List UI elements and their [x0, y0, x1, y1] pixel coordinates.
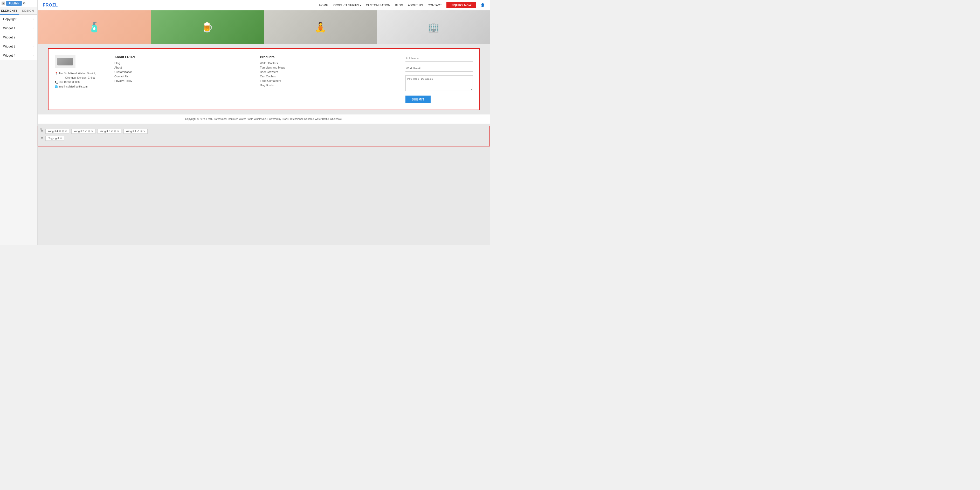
- tab-elements[interactable]: ELEMENTS: [0, 7, 19, 15]
- work-email-input[interactable]: [406, 65, 473, 72]
- footer-about-col: About FROZL Blog About Customization Con…: [115, 55, 252, 103]
- panel-item-widget3[interactable]: Widget 3 ›: [0, 42, 37, 51]
- footer-link-contact[interactable]: Contact Us: [115, 75, 252, 78]
- footer-form-col: SUBMIT: [406, 55, 473, 103]
- panel-item-widget4[interactable]: Widget 4 ›: [0, 51, 37, 60]
- widget2-gear-icon[interactable]: ⚙: [85, 130, 88, 133]
- nav-customization[interactable]: CUSTOMIZATION: [366, 4, 390, 7]
- footer-link-privacy[interactable]: Privacy Policy: [115, 79, 252, 82]
- chevron-icon: ›: [33, 18, 34, 21]
- widget-tag-1[interactable]: Widget 1 ⚙ ⊞ ✕: [124, 129, 147, 134]
- widget2-grid-icon[interactable]: ⊞: [88, 130, 90, 133]
- footer-link-dog-bowls[interactable]: Dog Bowls: [260, 84, 398, 87]
- widget3-close-icon[interactable]: ✕: [117, 130, 119, 133]
- widget3-icons: ⚙ ⊞ ✕: [111, 130, 119, 133]
- widget1-grid-icon[interactable]: ⊞: [140, 130, 142, 133]
- chevron-icon: ›: [33, 45, 34, 48]
- submit-button[interactable]: SUBMIT: [406, 96, 431, 103]
- footer-link-food-containers[interactable]: Food Containers: [260, 79, 398, 82]
- footer-link-about[interactable]: About: [115, 66, 252, 69]
- footer-link-beer-growlers[interactable]: Beer Growlers: [260, 70, 398, 73]
- widget-tag-2[interactable]: Widget 2 ⚙ ⊞ ✕: [72, 129, 95, 134]
- panel-item-widget1[interactable]: Widget 1 ›: [0, 24, 37, 33]
- widget3-gear-icon[interactable]: ⚙: [111, 130, 113, 133]
- nav-contact[interactable]: CONTACT: [428, 4, 442, 7]
- widget-tag-4[interactable]: Widget 4 ⚙ ⊞ ✕: [45, 129, 69, 134]
- footer-logo-col: 📍 Jitai Sixth Road, Wuhou District, ————…: [55, 55, 107, 103]
- widget-editor: ⚙ ⚙ Widget 4 ⚙ ⊞ ✕ Widget 2 ⚙ ⊞ ✕: [38, 126, 490, 147]
- widget1-gear-icon[interactable]: ⚙: [137, 130, 140, 133]
- close-button[interactable]: ✕: [2, 2, 5, 5]
- footer-link-water-bottlers[interactable]: Water Bottlers: [260, 62, 398, 65]
- panel-header: ✕ Publish ⚙: [0, 0, 37, 7]
- widget1-close-icon[interactable]: ✕: [143, 130, 145, 133]
- full-name-input[interactable]: [406, 55, 473, 62]
- widget-top-gear-icon[interactable]: ⚙: [40, 128, 42, 131]
- footer-link-blog[interactable]: Blog: [115, 62, 252, 65]
- panel-item-copyright[interactable]: Copyright ›: [0, 15, 37, 24]
- user-icon: 👤: [480, 3, 485, 7]
- footer-logo: [57, 57, 73, 65]
- footer-link-can-coolers[interactable]: Can Coolers: [260, 75, 398, 78]
- widget-tag-3[interactable]: Widget 3 ⚙ ⊞ ✕: [97, 129, 121, 134]
- copyright-close-icon[interactable]: ✕: [60, 137, 62, 140]
- chevron-icon: ›: [33, 54, 34, 57]
- gallery-image-1: 🧴: [38, 10, 151, 44]
- nav-links: HOME PRODUCT SERIES CUSTOMIZATION BLOG A…: [319, 2, 485, 8]
- gallery-image-3: 🧘: [264, 10, 377, 44]
- nav-blog[interactable]: BLOG: [395, 4, 403, 7]
- widget2-close-icon[interactable]: ✕: [91, 130, 93, 133]
- chevron-icon: ›: [33, 35, 34, 39]
- footer-about-title: About FROZL: [115, 55, 252, 59]
- widget1-icons: ⚙ ⊞ ✕: [137, 130, 145, 133]
- widget4-gear-icon[interactable]: ⚙: [59, 130, 61, 133]
- footer-logo-box: [55, 55, 75, 68]
- footer-link-tumblers[interactable]: Tumblers and Mugs: [260, 66, 398, 69]
- copyright-icons: ✕: [60, 137, 62, 140]
- footer-products-col: Products Water Bottlers Tumblers and Mug…: [260, 55, 398, 103]
- left-panel: ✕ Publish ⚙ ELEMENTS DESIGN Copyright › …: [0, 0, 38, 245]
- widget3-grid-icon[interactable]: ⊞: [114, 130, 116, 133]
- footer-section: 📍 Jitai Sixth Road, Wuhou District, ————…: [48, 48, 480, 110]
- site-logo: FROZL: [43, 3, 58, 8]
- copyright-bar: Copyright © 2024 Frozl-Professional Insu…: [38, 114, 490, 124]
- row2-gear-icon[interactable]: ⚙: [41, 137, 43, 140]
- widget-row-1: ⚙ Widget 4 ⚙ ⊞ ✕ Widget 2 ⚙ ⊞ ✕ Widget 3: [41, 129, 487, 134]
- publish-button[interactable]: Publish: [6, 1, 22, 6]
- image-gallery: 🧴 🍺 🧘 🏢: [38, 10, 490, 44]
- gallery-image-4: 🏢: [377, 10, 490, 44]
- footer-products-title: Products: [260, 55, 398, 59]
- site-navbar: FROZL HOME PRODUCT SERIES CUSTOMIZATION …: [38, 0, 490, 10]
- project-details-input[interactable]: [406, 75, 473, 91]
- settings-icon[interactable]: ⚙: [23, 2, 26, 5]
- widget4-grid-icon[interactable]: ⊞: [62, 130, 64, 133]
- panel-item-widget2[interactable]: Widget 2 ›: [0, 33, 37, 42]
- widget-row-2: ⚙ Copyright ✕: [41, 136, 487, 141]
- nav-product-series[interactable]: PRODUCT SERIES: [333, 4, 361, 7]
- footer-address: 📍 Jitai Sixth Road, Wuhou District, ————…: [55, 71, 107, 89]
- nav-about-us[interactable]: ABOUT US: [408, 4, 423, 7]
- gallery-image-2: 🍺: [151, 10, 264, 44]
- widget4-icons: ⚙ ⊞ ✕: [59, 130, 67, 133]
- panel-tabs: ELEMENTS DESIGN: [0, 7, 37, 15]
- widget-tag-copyright[interactable]: Copyright ✕: [45, 136, 64, 141]
- chevron-icon: ›: [33, 27, 34, 30]
- nav-home[interactable]: HOME: [319, 4, 328, 7]
- footer-link-customization[interactable]: Customization: [115, 70, 252, 73]
- widget2-icons: ⚙ ⊞ ✕: [85, 130, 93, 133]
- tab-design[interactable]: DESIGN: [19, 7, 37, 14]
- main-area: FROZL HOME PRODUCT SERIES CUSTOMIZATION …: [38, 0, 490, 245]
- inquiry-now-button[interactable]: INQUIRY NOW: [446, 2, 476, 8]
- widget4-close-icon[interactable]: ✕: [65, 130, 67, 133]
